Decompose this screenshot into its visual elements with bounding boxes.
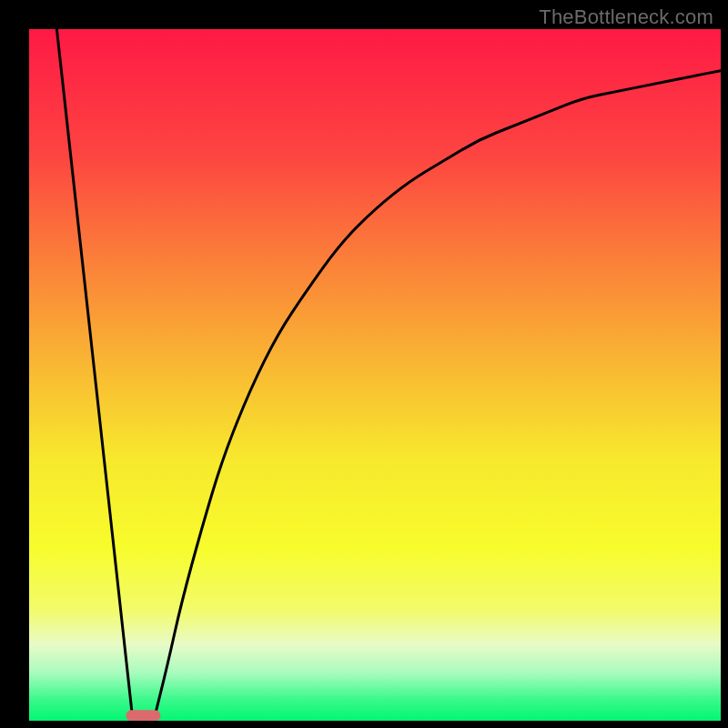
chart-svg	[29, 29, 721, 721]
optimal-marker	[126, 710, 160, 721]
gradient-background	[29, 29, 721, 721]
plot-area	[29, 29, 721, 721]
chart-frame: TheBottleneck.com	[0, 0, 728, 728]
optimal-marker-layer	[126, 710, 160, 721]
watermark-text: TheBottleneck.com	[539, 5, 713, 29]
